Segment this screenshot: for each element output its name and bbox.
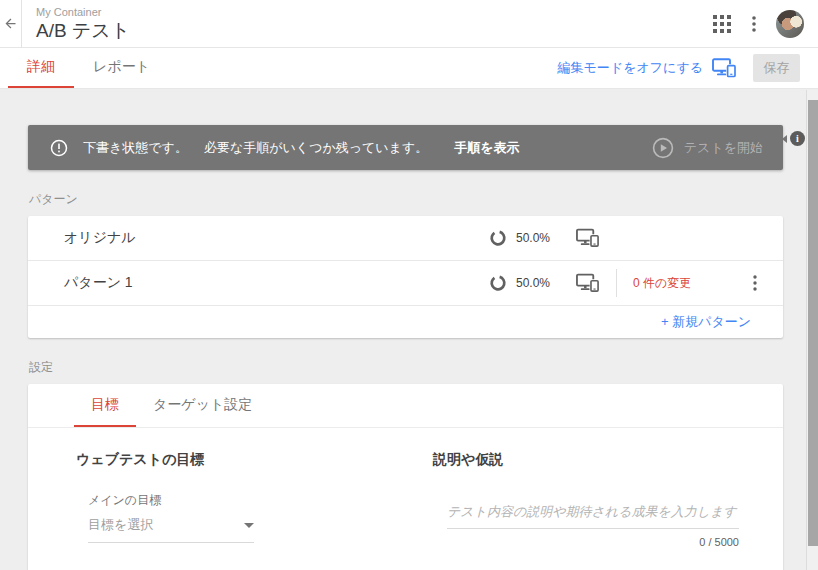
- tab-objectives[interactable]: 目標: [74, 384, 136, 427]
- devices-icon: [576, 228, 600, 248]
- changes-count-link[interactable]: 0 件の変更: [633, 275, 691, 292]
- pattern-row-variant1[interactable]: パターン 1 50.0%: [28, 261, 783, 306]
- kebab-icon: [753, 275, 757, 291]
- show-steps-link[interactable]: 手順を表示: [454, 139, 519, 157]
- tab-targeting[interactable]: ターゲット設定: [136, 384, 269, 427]
- page-scrollbar-thumb[interactable]: [808, 100, 818, 546]
- new-pattern-button[interactable]: + 新規パターン: [661, 313, 751, 331]
- tab-details-label: 詳細: [27, 58, 55, 76]
- pattern-row-original[interactable]: オリジナル 50.0%: [28, 216, 783, 261]
- patterns-section-label: パターン: [29, 191, 818, 208]
- header-titles: My Container A/B テスト: [36, 5, 130, 42]
- settings-section-label: 設定: [29, 359, 818, 376]
- pattern-name: パターン 1: [64, 274, 489, 292]
- apps-grid-icon: [713, 15, 731, 33]
- tab-reports[interactable]: レポート: [74, 48, 169, 88]
- devices-icon: [576, 273, 600, 293]
- patterns-card: オリジナル 50.0%: [28, 216, 783, 338]
- settings-card: 目標 ターゲット設定 ウェブテストの目標 メインの目標 目標を選択 説明や仮説 …: [28, 384, 783, 570]
- row-menu-button[interactable]: [751, 271, 759, 295]
- info-panel-toggle[interactable]: i: [782, 131, 805, 146]
- container-name: My Container: [36, 6, 130, 19]
- tab-objectives-label: 目標: [91, 396, 119, 414]
- weight-donut-icon: [489, 229, 507, 247]
- changes-column: 0 件の変更: [616, 269, 759, 297]
- collapse-left-icon: [782, 135, 787, 143]
- banner-status-text: 下書き状態です。: [83, 139, 188, 157]
- arrow-back-icon: [3, 16, 18, 31]
- weight-percent: 50.0%: [516, 231, 550, 245]
- start-test-button[interactable]: テストを開始: [642, 137, 763, 159]
- page-content: i 下書き状態です。 必要な手順がいくつか残っています。 手順を表示 テストを開…: [0, 125, 818, 570]
- tab-reports-label: レポート: [93, 58, 150, 76]
- objective-select[interactable]: 目標を選択: [88, 516, 254, 543]
- objectives-column: ウェブテストの目標 メインの目標 目標を選択: [76, 451, 433, 548]
- main-tabbar: 詳細 レポート 編集モードをオフにする 保存: [0, 48, 818, 89]
- start-test-label: テストを開始: [684, 139, 763, 157]
- column-divider: [616, 269, 617, 297]
- app-header: My Container A/B テスト: [0, 0, 818, 48]
- edit-mode-toggle-link[interactable]: 編集モードをオフにする: [558, 48, 737, 88]
- hypothesis-heading: 説明や仮説: [433, 451, 739, 469]
- page-scrollbar-track[interactable]: [806, 90, 818, 570]
- tab-targeting-label: ターゲット設定: [153, 396, 252, 414]
- devices-icon: [712, 58, 737, 78]
- hypothesis-column: 説明や仮説 0 / 5000: [433, 451, 739, 548]
- weight-group: 50.0%: [489, 274, 550, 292]
- more-menu-button[interactable]: [738, 8, 770, 40]
- hypothesis-input[interactable]: [447, 500, 739, 529]
- back-button[interactable]: [0, 0, 21, 48]
- hypothesis-field: 0 / 5000: [447, 500, 739, 548]
- primary-objective-label: メインの目標: [88, 492, 433, 509]
- header-divider: [21, 0, 22, 48]
- banner-detail-text: 必要な手順がいくつか残っています。: [204, 139, 428, 157]
- objective-select-value: 目標を選択: [88, 516, 244, 534]
- char-counter: 0 / 5000: [447, 536, 739, 548]
- settings-columns: ウェブテストの目標 メインの目標 目標を選択 説明や仮説 0 / 5000: [28, 428, 783, 548]
- weight-group: 50.0%: [489, 229, 550, 247]
- tabbar-spacer: [169, 48, 558, 88]
- weight-percent: 50.0%: [516, 276, 550, 290]
- pattern-name: オリジナル: [64, 229, 489, 247]
- weight-donut-icon: [489, 274, 507, 292]
- tab-details[interactable]: 詳細: [8, 48, 74, 88]
- settings-tabbar: 目標 ターゲット設定: [28, 384, 783, 428]
- alert-icon: [50, 139, 68, 157]
- edit-mode-label: 編集モードをオフにする: [558, 59, 703, 77]
- user-avatar[interactable]: [776, 10, 804, 38]
- info-icon: i: [790, 131, 805, 146]
- apps-grid-button[interactable]: [706, 8, 738, 40]
- page-title: A/B テスト: [36, 19, 130, 42]
- play-icon: [652, 137, 674, 159]
- objectives-heading: ウェブテストの目標: [76, 451, 433, 469]
- draft-status-banner: 下書き状態です。 必要な手順がいくつか残っています。 手順を表示 テストを開始: [28, 125, 783, 170]
- patterns-card-footer: + 新規パターン: [28, 306, 783, 338]
- save-button[interactable]: 保存: [753, 54, 800, 82]
- kebab-icon: [752, 16, 756, 32]
- dropdown-arrow-icon: [244, 523, 254, 528]
